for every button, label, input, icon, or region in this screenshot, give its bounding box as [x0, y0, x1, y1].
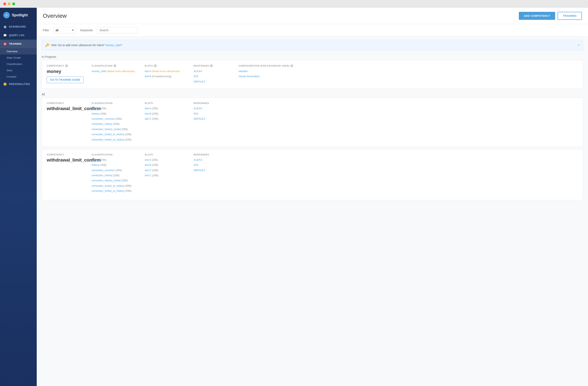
top-bar: Overview ADD COMPETENCY TRAINING — [37, 8, 588, 24]
add-competency-button[interactable]: ADD COMPETENCY — [519, 12, 555, 20]
c2-correction-common[interactable]: correction_common — [92, 169, 115, 172]
c2-history-2[interactable]: history — [92, 163, 99, 166]
content-area: 🔑 Hint: Go to add more utterances for in… — [37, 37, 588, 386]
c1-default[interactable]: DEFAULT — [194, 117, 206, 120]
c1-correction-txnlist-1[interactable]: correction_txnlist_to_history — [92, 133, 125, 136]
all-card-1-slots-header: SLOTS — [145, 102, 189, 104]
minimize-button[interactable] — [8, 2, 11, 5]
go-to-training-guide-button[interactable]: GO TO TRAINING GUIDE — [47, 77, 84, 83]
all-card-1-classification-values: history (256) history (256) correction_c… — [92, 106, 141, 142]
classification-values: money_start (Need more utterances) — [92, 69, 141, 73]
c1-slot-a[interactable]: slot A — [145, 107, 151, 110]
c2-slot-c-2[interactable]: slot C — [145, 174, 151, 177]
maximize-button[interactable] — [12, 2, 15, 5]
c2-correction-txnlist-2[interactable]: correction_txnlist_to_history — [92, 189, 125, 192]
responses-info-icon[interactable]: ? — [210, 64, 213, 67]
slot-b-link[interactable]: slot B — [145, 75, 151, 78]
c1-history-2[interactable]: history — [92, 112, 99, 115]
c1-correction-txnlist-2[interactable]: correction_txnlist_to_history — [92, 138, 125, 141]
slot-a-warning: (Need more utterances) — [152, 70, 180, 73]
response-ios-link[interactable]: IOS — [194, 75, 198, 78]
money-start-link[interactable]: money_start — [92, 70, 106, 73]
hint-text: Hint: Go to add more utterances for inte… — [51, 44, 123, 47]
classification-info-icon[interactable]: ? — [113, 64, 116, 67]
filter-select[interactable]: all in progress complete — [53, 27, 76, 33]
configuration-header: CONFIGURATION (for advanced user) ? — [238, 64, 578, 67]
top-bar-actions: ADD COMPETENCY TRAINING — [519, 12, 582, 20]
c1-correction-common[interactable]: correction_common — [92, 117, 115, 120]
c1-ios[interactable]: IOS — [194, 112, 198, 115]
all-card-2-classification-values: history (256) history (256) correction_c… — [92, 158, 141, 193]
slots-col: SLOTS ? slot A (Need more utterances) sl… — [145, 64, 189, 84]
all-card-1-config — [238, 102, 578, 142]
c1-alexa[interactable]: ALEXA — [194, 107, 202, 110]
all-card-2-classification-header: CLASSIFICATION — [92, 153, 141, 156]
slots-info-icon[interactable]: ? — [154, 64, 157, 67]
all-card-1-classification-header: CLASSIFICATION — [92, 102, 141, 104]
configuration-values: Handler Visual Generation — [238, 69, 578, 79]
responses-header: RESPONSES ? — [194, 64, 234, 67]
response-default-link[interactable]: DEFAULT — [194, 80, 206, 83]
hint-bar: 🔑 Hint: Go to add more utterances for in… — [42, 40, 583, 50]
all-card-2-config — [238, 153, 578, 194]
c2-slot-c-1[interactable]: slot C — [145, 169, 151, 172]
sidebar-subitem-slots[interactable]: Slots — [0, 67, 37, 73]
all-card-2-responses: RESPONSES ALEXA IOS DEFAULT — [194, 153, 234, 194]
sidebar-item-personalities[interactable]: 😊 Personalities — [0, 80, 37, 89]
c2-history-1[interactable]: history — [92, 158, 99, 161]
c2-correction-txnlist-1[interactable]: correction_txnlist_to_history — [92, 184, 125, 187]
filter-label: Filter — [43, 29, 49, 32]
c2-correction-history[interactable]: correction_history — [92, 174, 113, 177]
hint-content: 🔑 Hint: Go to add more utterances for in… — [45, 43, 123, 47]
c2-slot-b[interactable]: slot B — [145, 163, 151, 166]
competency-header: COMPETENCY ? — [47, 64, 87, 67]
sidebar-navigation: ▦ Dashboard 💬 Query Log 🎯 Training Overv… — [0, 23, 37, 386]
all-card-1-classification: CLASSIFICATION history (256) history (25… — [92, 102, 141, 142]
sidebar-item-dashboard[interactable]: ▦ Dashboard — [0, 23, 37, 31]
sidebar-item-query-log[interactable]: 💬 Query Log — [0, 31, 37, 40]
all-card-2: COMPETENCY withdrawal_limit_confirm CLAS… — [42, 149, 583, 200]
c1-correction-history-txnlist[interactable]: correction_history_txnlist — [92, 128, 121, 131]
all-card-1-responses-values: ALEXA IOS DEFAULT — [194, 106, 234, 121]
c2-ios[interactable]: IOS — [194, 163, 198, 166]
all-card-1-slots: SLOTS slot A (256) slot B (256) slot C (… — [145, 102, 189, 142]
slots-values: slot A (Need more utterances) slot B (Cr… — [145, 69, 189, 79]
c1-correction-history[interactable]: correction_history — [92, 122, 113, 125]
c2-slot-a[interactable]: slot A — [145, 158, 151, 161]
slot-a-link[interactable]: slot A — [145, 70, 151, 73]
c1-slot-b[interactable]: slot B — [145, 112, 151, 115]
visual-generation-link[interactable]: Visual Generation — [238, 75, 259, 78]
all-card-2-responses-header: RESPONSES — [194, 153, 234, 156]
sidebar-subitem-classification[interactable]: Classification — [0, 61, 37, 67]
dashboard-label: Dashboard — [9, 25, 26, 28]
hint-close-button[interactable]: × — [577, 43, 580, 47]
c1-slot-c[interactable]: slot C — [145, 117, 151, 120]
configuration-info-icon[interactable]: ? — [290, 64, 293, 67]
window-chrome — [0, 0, 588, 8]
hint-link[interactable]: money_start — [105, 44, 121, 47]
training-label: Training — [9, 43, 22, 45]
response-alexa-link[interactable]: ALEXA — [194, 70, 202, 73]
handler-link[interactable]: Handler — [238, 70, 248, 73]
logo-text: Spotlight — [12, 13, 28, 17]
all-card-2-slots-header: SLOTS — [145, 153, 189, 156]
competency-col: COMPETENCY ? money GO TO TRAINING GUIDE — [47, 64, 87, 84]
dashboard-icon: ▦ — [3, 25, 7, 29]
training-button[interactable]: TRAINING — [558, 12, 582, 20]
in-progress-grid: COMPETENCY ? money GO TO TRAINING GUIDE … — [47, 64, 578, 84]
sidebar-subitem-overview[interactable]: Overview — [0, 48, 37, 55]
c2-default[interactable]: DEFAULT — [194, 169, 206, 172]
main-content: Overview ADD COMPETENCY TRAINING Filter … — [37, 8, 588, 386]
c2-alexa[interactable]: ALEXA — [194, 158, 202, 161]
all-card-1-competency-header: COMPETENCY — [47, 102, 87, 104]
configuration-col: CONFIGURATION (for advanced user) ? Hand… — [238, 64, 578, 84]
sidebar-item-training[interactable]: 🎯 Training — [0, 40, 37, 48]
c1-history-1[interactable]: history — [92, 107, 99, 110]
all-card-2-competency-name: withdrawal_limit_confirm — [47, 158, 87, 163]
search-input[interactable] — [97, 27, 138, 33]
c2-correction-history-txnlist[interactable]: correction_history_txnlist — [92, 179, 121, 182]
sidebar-subitem-state-graph[interactable]: State Graph — [0, 55, 37, 61]
sidebar-subitem-crowder[interactable]: Crowder — [0, 73, 37, 80]
close-button[interactable] — [3, 2, 6, 5]
competency-info-icon[interactable]: ? — [65, 64, 68, 67]
